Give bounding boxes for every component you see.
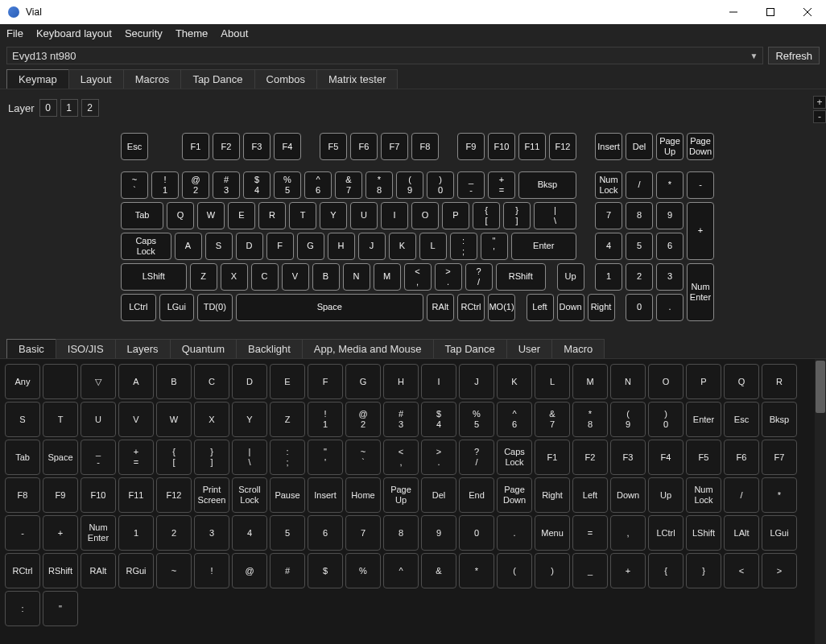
key-space[interactable]: Space: [236, 294, 424, 321]
palette-key-99[interactable]: =: [572, 515, 608, 551]
key-d[interactable]: D: [236, 233, 263, 260]
key-f8[interactable]: F8: [411, 133, 439, 160]
key-m[interactable]: M: [374, 263, 401, 291]
palette-key-32[interactable]: $ 4: [421, 402, 456, 437]
palette-key-15[interactable]: M: [572, 364, 608, 399]
key-0[interactable]: 0: [626, 294, 653, 321]
palette-key-49[interactable]: : ;: [270, 440, 305, 475]
palette-key-116[interactable]: &: [421, 553, 456, 588]
key-x[interactable]: X: [221, 263, 248, 291]
palette-key-114[interactable]: %: [345, 553, 381, 588]
palette-key-108[interactable]: RGui: [118, 553, 154, 588]
palette-key-44[interactable]: _ -: [81, 440, 116, 475]
palette-key-7[interactable]: E: [270, 364, 305, 399]
palette-key-77[interactable]: Right: [535, 477, 570, 513]
key-6[interactable]: 6: [656, 233, 684, 260]
key-.[interactable]: .: [656, 294, 684, 321]
palette-key-75[interactable]: End: [459, 477, 494, 513]
palette-key-71[interactable]: Insert: [308, 477, 343, 513]
palette-key-55[interactable]: Caps Lock: [497, 440, 532, 475]
key-|-\[interactable]: | \: [534, 202, 576, 229]
palette-key-68[interactable]: Print Screen: [194, 477, 229, 513]
tab-layout[interactable]: Layout: [68, 69, 124, 89]
key-t[interactable]: T: [289, 202, 316, 229]
key-9[interactable]: 9: [656, 202, 684, 229]
key-f12[interactable]: F12: [549, 133, 576, 160]
palette-key-87[interactable]: 1: [118, 515, 154, 551]
palette-tab-tap-dance[interactable]: Tap Dance: [433, 339, 507, 358]
key-b[interactable]: B: [312, 263, 340, 291]
key--[interactable]: -: [687, 171, 714, 199]
palette-key-39[interactable]: Enter: [686, 402, 721, 437]
key-"-'[interactable]: " ': [481, 233, 508, 260]
palette-key-93[interactable]: 7: [345, 515, 381, 551]
palette-key-56[interactable]: F1: [535, 440, 570, 475]
palette-key-2[interactable]: ▽: [81, 364, 116, 399]
palette-key-67[interactable]: F12: [156, 477, 192, 513]
palette-key-18[interactable]: P: [686, 364, 721, 399]
key-f9[interactable]: F9: [457, 133, 485, 160]
key-caps-lock[interactable]: Caps Lock: [121, 233, 171, 260]
palette-key-120[interactable]: _: [572, 553, 608, 588]
key-del[interactable]: Del: [626, 133, 653, 160]
key-e[interactable]: E: [228, 202, 255, 229]
menu-security[interactable]: Security: [125, 27, 163, 39]
window-close-button[interactable]: [789, 0, 826, 24]
key-p[interactable]: P: [442, 202, 469, 229]
key-}-][interactable]: } ]: [503, 202, 531, 229]
palette-key-79[interactable]: Down: [610, 477, 646, 513]
palette-key-113[interactable]: $: [308, 553, 343, 588]
key-4[interactable]: 4: [595, 233, 622, 260]
palette-key-48[interactable]: | \: [232, 440, 267, 475]
palette-key-81[interactable]: Num Lock: [686, 477, 721, 513]
palette-key-40[interactable]: Esc: [724, 402, 759, 437]
palette-key-115[interactable]: ^: [383, 553, 419, 588]
tab-combos[interactable]: Combos: [254, 69, 317, 89]
palette-key-61[interactable]: F6: [724, 440, 759, 475]
key-ralt[interactable]: RAlt: [427, 294, 454, 321]
palette-key-101[interactable]: LCtrl: [648, 515, 684, 551]
palette-key-27[interactable]: Y: [232, 402, 267, 437]
palette-key-72[interactable]: Home: [345, 477, 381, 513]
palette-key-91[interactable]: 5: [270, 515, 305, 551]
key-right[interactable]: Right: [588, 294, 615, 321]
palette-key-4[interactable]: B: [156, 364, 192, 399]
key-page-down[interactable]: Page Down: [687, 133, 714, 160]
palette-key-31[interactable]: # 3: [383, 402, 419, 437]
palette-key-122[interactable]: {: [648, 553, 684, 588]
key-s[interactable]: S: [205, 233, 233, 260]
key-^-6[interactable]: ^ 6: [304, 171, 332, 199]
key-k[interactable]: K: [389, 233, 416, 260]
key-1[interactable]: 1: [595, 263, 622, 291]
palette-key-117[interactable]: *: [459, 553, 494, 588]
key-lgui[interactable]: LGui: [159, 294, 195, 321]
key-rshift[interactable]: RShift: [496, 263, 547, 291]
key-u[interactable]: U: [350, 202, 378, 229]
palette-key-124[interactable]: <: [724, 553, 759, 588]
key-insert[interactable]: Insert: [595, 133, 622, 160]
palette-key-34[interactable]: ^ 6: [497, 402, 532, 437]
key-q[interactable]: Q: [167, 202, 194, 229]
palette-key-35[interactable]: & 7: [535, 402, 570, 437]
scrollbar-thumb[interactable]: [816, 361, 825, 413]
key-(-9[interactable]: ( 9: [396, 171, 423, 199]
key-lctrl[interactable]: LCtrl: [121, 294, 156, 321]
key-f1[interactable]: F1: [182, 133, 209, 160]
key-%-5[interactable]: % 5: [274, 171, 301, 199]
key-o[interactable]: O: [411, 202, 439, 229]
key-f3[interactable]: F3: [243, 133, 271, 160]
palette-key-26[interactable]: X: [194, 402, 229, 437]
key-page-up[interactable]: Page Up: [656, 133, 684, 160]
palette-key-98[interactable]: Menu: [535, 515, 570, 551]
key-#-3[interactable]: # 3: [213, 171, 240, 199]
key-h[interactable]: H: [328, 233, 355, 260]
palette-key-78[interactable]: Left: [572, 477, 608, 513]
key-r[interactable]: R: [258, 202, 286, 229]
palette-key-118[interactable]: (: [497, 553, 532, 588]
window-maximize-button[interactable]: [752, 0, 789, 24]
menu-keyboard-layout[interactable]: Keyboard layout: [36, 27, 112, 39]
palette-key-24[interactable]: V: [118, 402, 154, 437]
key-f2[interactable]: F2: [213, 133, 240, 160]
tab-keymap[interactable]: Keymap: [6, 69, 69, 89]
palette-key-42[interactable]: Tab: [5, 440, 40, 475]
